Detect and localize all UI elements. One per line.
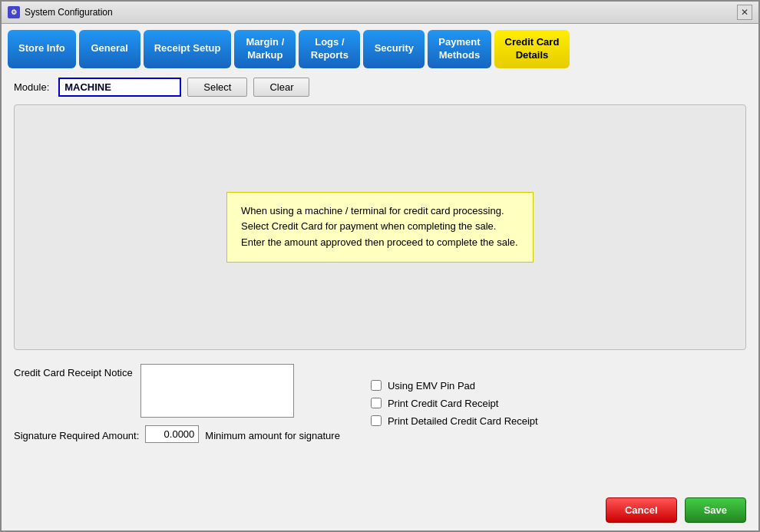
print-receipt-label: Print Credit Card Receipt xyxy=(388,398,499,409)
emv-pin-row: Using EMV Pin Pad xyxy=(371,380,538,392)
tab-security[interactable]: Security xyxy=(363,30,425,68)
module-input[interactable] xyxy=(58,78,181,97)
system-configuration-window: ⚙ System Configuration ✕ Store Info Gene… xyxy=(0,0,760,532)
checkboxes-section: Using EMV Pin Pad Print Credit Card Rece… xyxy=(371,364,538,443)
tab-credit-card-details[interactable]: Credit CardDetails xyxy=(494,30,570,68)
select-button[interactable]: Select xyxy=(187,78,247,97)
module-label: Module: xyxy=(14,81,49,93)
window-icon: ⚙ xyxy=(8,6,20,18)
receipt-notice-input[interactable] xyxy=(140,364,294,418)
left-bottom: Credit Card Receipt Notice Signature Req… xyxy=(14,364,340,443)
tab-bar: Store Info General Receipt Setup Margin … xyxy=(2,24,758,68)
info-box: When using a machine / terminal for cred… xyxy=(226,192,534,263)
tab-general[interactable]: General xyxy=(79,30,140,68)
tab-receipt-setup[interactable]: Receipt Setup xyxy=(144,30,232,68)
min-label: Minimum amount for signature xyxy=(205,427,340,441)
info-panel: When using a machine / terminal for cred… xyxy=(14,104,746,350)
tab-logs-reports[interactable]: Logs /Reports xyxy=(299,30,360,68)
title-bar: ⚙ System Configuration ✕ xyxy=(2,2,758,24)
print-receipt-checkbox[interactable] xyxy=(371,398,382,408)
signature-row: Signature Required Amount: Minimum amoun… xyxy=(14,425,340,443)
tab-margin-markup[interactable]: Margin /Markup xyxy=(234,30,296,68)
footer: Cancel Save xyxy=(2,491,758,530)
signature-amount-input[interactable] xyxy=(145,425,199,443)
module-row: Module: Select Clear xyxy=(14,78,746,97)
print-detailed-label: Print Detailed Credit Card Receipt xyxy=(388,415,538,427)
bottom-section: Credit Card Receipt Notice Signature Req… xyxy=(14,358,746,449)
info-text: When using a machine / terminal for cred… xyxy=(241,205,518,249)
close-button[interactable]: ✕ xyxy=(737,5,752,20)
main-content: Module: Select Clear When using a machin… xyxy=(2,68,758,491)
print-detailed-checkbox[interactable] xyxy=(371,415,382,426)
receipt-notice-label: Credit Card Receipt Notice xyxy=(14,364,133,378)
signature-label: Signature Required Amount: xyxy=(14,427,139,441)
cancel-button[interactable]: Cancel xyxy=(606,497,677,523)
window-title: System Configuration xyxy=(25,7,737,18)
tab-store-info[interactable]: Store Info xyxy=(8,30,76,68)
emv-pin-label: Using EMV Pin Pad xyxy=(388,380,475,392)
save-button[interactable]: Save xyxy=(685,497,746,523)
print-detailed-row: Print Detailed Credit Card Receipt xyxy=(371,415,538,427)
emv-pin-checkbox[interactable] xyxy=(371,380,382,391)
print-receipt-row: Print Credit Card Receipt xyxy=(371,398,538,409)
tab-payment-methods[interactable]: PaymentMethods xyxy=(428,30,491,68)
clear-button[interactable]: Clear xyxy=(253,78,309,97)
receipt-notice-row: Credit Card Receipt Notice xyxy=(14,364,340,418)
